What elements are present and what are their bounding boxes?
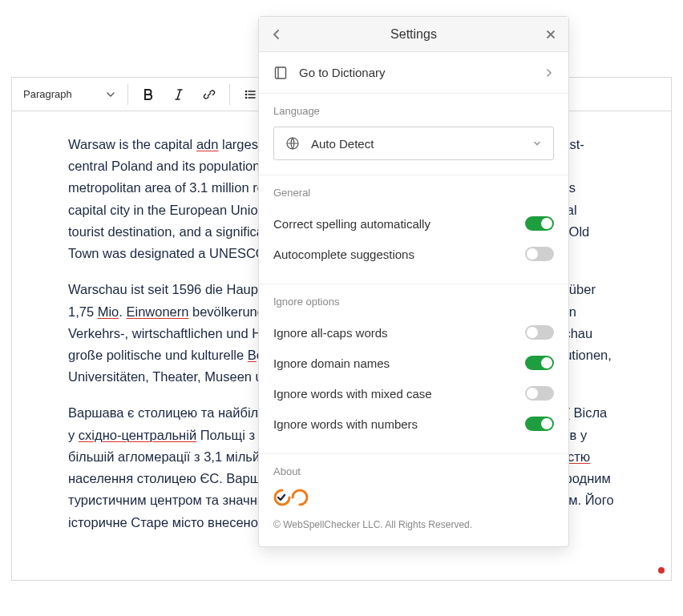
general-option-row: Autocomplete suggestions <box>273 239 554 269</box>
link-icon <box>203 88 216 101</box>
ignore-option-label: Ignore words with numbers <box>273 417 418 431</box>
ignore-option-toggle[interactable] <box>525 417 554 431</box>
settings-panel-header: Settings <box>259 17 568 52</box>
ignore-option-toggle[interactable] <box>525 325 554 340</box>
ignore-section-label: Ignore options <box>273 296 554 308</box>
language-select-value: Auto Detect <box>311 137 374 151</box>
globe-icon <box>285 136 300 151</box>
about-section: About © WebSpellChecker LLC. All Rights … <box>259 454 568 546</box>
language-section: Language Auto Detect <box>259 94 568 175</box>
toolbar-separator <box>229 84 230 105</box>
svg-rect-6 <box>276 67 286 79</box>
toolbar-separator <box>127 84 128 105</box>
close-icon <box>545 29 556 40</box>
svg-point-1 <box>245 93 248 95</box>
general-option-toggle[interactable] <box>525 247 554 261</box>
dictionary-link-label: Go to Dictionary <box>299 66 386 79</box>
settings-title: Settings <box>390 27 437 42</box>
chevron-down-icon <box>532 139 542 148</box>
spelling-error[interactable]: східно-центральній <box>79 428 196 442</box>
italic-button[interactable] <box>165 83 192 107</box>
ignore-option-toggle[interactable] <box>525 386 554 401</box>
spelling-error[interactable]: adn <box>196 137 219 151</box>
general-section-label: General <box>273 187 554 199</box>
link-button[interactable] <box>196 83 223 107</box>
general-option-toggle[interactable] <box>525 216 554 231</box>
bold-icon <box>142 88 155 101</box>
svg-point-2 <box>245 96 248 99</box>
ignore-option-row: Ignore all-caps words <box>273 317 554 348</box>
paragraph-style-select[interactable]: Paragraph <box>17 83 121 107</box>
paragraph-style-label: Paragraph <box>23 88 72 100</box>
ignore-section: Ignore options Ignore all-caps wordsIgno… <box>259 284 568 454</box>
webspellchecker-logo <box>273 487 554 508</box>
spelling-error[interactable]: Einwonern <box>126 304 188 319</box>
svg-point-0 <box>245 90 248 92</box>
bulleted-list-icon <box>244 88 257 101</box>
bold-button[interactable] <box>135 83 162 107</box>
ignore-option-label: Ignore domain names <box>273 356 390 370</box>
language-select[interactable]: Auto Detect <box>273 127 554 160</box>
chevron-right-icon <box>544 68 554 78</box>
spelling-error[interactable]: Mio <box>98 304 119 319</box>
italic-icon <box>172 88 185 101</box>
general-option-label: Autocomplete suggestions <box>273 248 414 261</box>
dictionary-icon <box>273 66 288 80</box>
language-section-label: Language <box>273 105 554 117</box>
ignore-option-label: Ignore words with mixed case <box>273 387 432 401</box>
text-run: Warsaw is the capital <box>68 137 196 151</box>
about-label: About <box>273 465 554 477</box>
chevron-down-icon <box>107 91 115 99</box>
ignore-option-row: Ignore words with numbers <box>273 409 554 439</box>
back-button[interactable] <box>259 17 294 51</box>
go-to-dictionary-link[interactable]: Go to Dictionary <box>259 52 568 94</box>
ignore-option-toggle[interactable] <box>525 356 554 370</box>
general-option-label: Correct spelling automatically <box>273 217 430 231</box>
general-section: General Correct spelling automaticallyAu… <box>259 175 568 284</box>
ignore-option-row: Ignore words with mixed case <box>273 378 554 409</box>
spelling-error[interactable]: B <box>248 348 257 362</box>
chevron-left-icon <box>271 29 282 40</box>
copyright-text: © WebSpellChecker LLC. All Rights Reserv… <box>273 519 554 530</box>
settings-panel: Settings Go to Dictionary Language Auto … <box>258 16 569 547</box>
ignore-option-label: Ignore all-caps words <box>273 326 388 340</box>
ignore-option-row: Ignore domain names <box>273 348 554 378</box>
spellcheck-status-indicator[interactable] <box>658 567 665 574</box>
close-button[interactable] <box>533 17 568 51</box>
general-option-row: Correct spelling automatically <box>273 208 554 239</box>
